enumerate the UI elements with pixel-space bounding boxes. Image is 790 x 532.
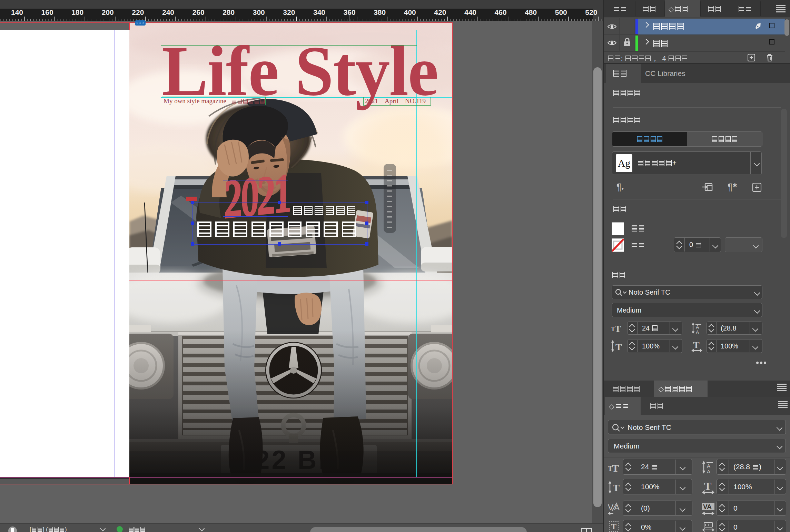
svg-text:180: 180 — [71, 9, 83, 16]
svg-text:A: A — [696, 324, 699, 330]
svg-text:A: A — [614, 503, 620, 512]
svg-text:T: T — [693, 340, 700, 350]
svg-text:A: A — [696, 329, 699, 335]
svg-text:440: 440 — [464, 9, 476, 16]
svg-text:220: 220 — [132, 9, 144, 16]
svg-text:380: 380 — [374, 9, 386, 16]
svg-text:400: 400 — [404, 9, 416, 16]
svg-text:480: 480 — [525, 9, 537, 16]
svg-text:T: T — [612, 462, 619, 473]
svg-text:200: 200 — [102, 9, 114, 16]
svg-text:340: 340 — [313, 9, 325, 16]
svg-text:T: T — [615, 324, 621, 333]
svg-text:260: 260 — [192, 9, 205, 16]
svg-text:T: T — [611, 522, 616, 531]
svg-text:240: 240 — [162, 9, 174, 16]
svg-text:160: 160 — [41, 9, 53, 16]
svg-text:T: T — [615, 342, 622, 352]
svg-text:320: 320 — [283, 9, 295, 16]
svg-text:VA: VA — [703, 503, 712, 510]
svg-text:420: 420 — [434, 9, 446, 16]
svg-text:T: T — [613, 482, 620, 493]
svg-text:140: 140 — [11, 9, 23, 16]
svg-text:A: A — [707, 463, 710, 469]
svg-text:T: T — [704, 480, 711, 492]
svg-text:500: 500 — [555, 9, 567, 16]
svg-text:280: 280 — [223, 9, 235, 16]
svg-text:520: 520 — [585, 9, 597, 16]
svg-text:A: A — [707, 469, 710, 474]
svg-text:300: 300 — [253, 9, 265, 16]
svg-text:460: 460 — [495, 9, 507, 16]
